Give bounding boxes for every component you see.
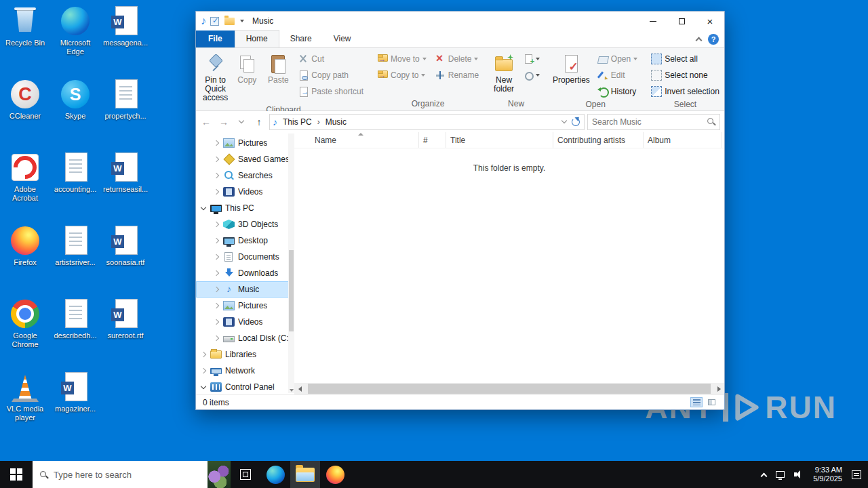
open-button[interactable]: Open	[594, 52, 641, 66]
desktop-icon-microsoft-edge[interactable]: Microsoft Edge	[50, 4, 100, 77]
desktop-icon-vlc-media-player[interactable]: VLC media player	[0, 370, 50, 443]
expand-icon[interactable]	[214, 238, 219, 243]
edit-button[interactable]: Edit	[594, 68, 641, 83]
thumbnails-view-button[interactable]	[705, 397, 717, 407]
column-header-title[interactable]: Title	[446, 132, 553, 148]
taskbar-explorer-button[interactable]	[290, 461, 320, 488]
back-button[interactable]: ←	[199, 115, 214, 129]
expand-icon[interactable]	[214, 189, 219, 195]
tree-item-desktop[interactable]: Desktop	[196, 232, 294, 249]
new-folder-button[interactable]: New folder	[489, 51, 519, 96]
desktop-icon-magaziner[interactable]: magaziner...	[50, 370, 100, 443]
rename-button[interactable]: Rename	[431, 68, 482, 83]
start-button[interactable]	[0, 461, 33, 488]
paste-shortcut-button[interactable]: Paste shortcut	[294, 84, 367, 99]
tree-item-libraries[interactable]: Libraries	[196, 346, 294, 363]
details-view-button[interactable]	[690, 397, 703, 407]
desktop-icon-describedh[interactable]: describedh...	[50, 297, 100, 370]
network-icon[interactable]	[776, 471, 785, 478]
move-to-button[interactable]: Move to	[374, 52, 430, 66]
collapse-icon[interactable]	[201, 204, 206, 209]
tree-item-network[interactable]: Network	[196, 363, 294, 379]
breadcrumb-music[interactable]: Music	[323, 117, 349, 127]
taskbar-firefox-button[interactable]	[320, 461, 350, 488]
delete-button[interactable]: Delete	[431, 52, 482, 66]
taskbar-clock[interactable]: 9:33 AM 5/9/2025	[813, 466, 842, 483]
expand-icon[interactable]	[214, 140, 219, 146]
pin-to-quick-access-button[interactable]: Pin to Quick access	[200, 51, 231, 104]
horizontal-scrollbar[interactable]	[294, 383, 724, 394]
navigation-scrollbar[interactable]	[288, 134, 294, 393]
column-header-album[interactable]: Album	[644, 132, 722, 148]
scrollbar-thumb[interactable]	[308, 384, 711, 394]
expand-icon[interactable]	[214, 254, 219, 260]
tab-home[interactable]: Home	[235, 30, 279, 47]
tree-item-documents[interactable]: Documents	[196, 249, 294, 265]
expand-icon[interactable]	[214, 222, 219, 227]
tree-item-videos[interactable]: Videos	[196, 184, 294, 200]
hidden-icons-chevron[interactable]	[761, 472, 768, 479]
taskbar-edge-button[interactable]	[260, 461, 290, 488]
tab-file[interactable]: File	[196, 30, 235, 47]
properties-button[interactable]: Properties	[550, 51, 593, 87]
qat-new-folder-icon[interactable]	[224, 18, 235, 25]
search-highlight-image[interactable]	[208, 461, 231, 488]
tab-share[interactable]: Share	[279, 30, 323, 47]
select-all-button[interactable]: Select all	[648, 52, 723, 66]
desktop-icon-skype[interactable]: Skype	[50, 77, 100, 150]
address-input[interactable]: ♪ This PC › Music	[269, 114, 585, 130]
expand-icon[interactable]	[214, 157, 219, 162]
expand-icon[interactable]	[214, 336, 219, 341]
help-button[interactable]: ?	[708, 34, 719, 45]
file-list-pane[interactable]: Name#TitleContributing artistsAlbum This…	[294, 132, 724, 394]
search-input[interactable]: Search Music	[587, 114, 720, 130]
titlebar[interactable]: ♪ Music ×	[196, 12, 724, 30]
expand-icon[interactable]	[214, 303, 219, 308]
task-view-button[interactable]	[231, 461, 260, 488]
desktop-icon-firefox[interactable]: Firefox	[0, 224, 50, 297]
tree-item-control-panel[interactable]: Control Panel	[196, 379, 294, 394]
column-header-name[interactable]: Name	[302, 132, 419, 148]
expand-icon[interactable]	[214, 319, 219, 325]
scrollbar-thumb[interactable]	[289, 250, 294, 331]
paste-button[interactable]: Paste	[263, 51, 293, 87]
desktop-icon-sureroot-rtf[interactable]: sureroot.rtf	[100, 297, 151, 370]
column-header-[interactable]: #	[419, 132, 446, 148]
tree-item-3d-objects[interactable]: 3D Objects	[196, 216, 294, 232]
select-none-button[interactable]: Select none	[648, 68, 723, 83]
tree-item-pictures[interactable]: Pictures	[196, 135, 294, 151]
address-dropdown-icon[interactable]	[561, 118, 567, 123]
minimize-ribbon-icon[interactable]	[696, 37, 703, 44]
desktop-icon-soonasia-rtf[interactable]: soonasia.rtf	[100, 224, 151, 297]
column-header-contributing-artists[interactable]: Contributing artists	[553, 132, 644, 148]
new-item-button[interactable]	[520, 52, 543, 66]
qat-properties-icon[interactable]	[210, 17, 219, 26]
desktop-icon-accounting[interactable]: accounting...	[50, 150, 100, 224]
collapse-icon[interactable]	[201, 383, 206, 388]
copy-path-button[interactable]: Copy path	[294, 68, 367, 83]
desktop-icon-propertych[interactable]: propertych...	[100, 77, 151, 150]
refresh-icon[interactable]	[572, 118, 580, 126]
recent-locations-dropdown[interactable]	[234, 115, 249, 129]
tab-view[interactable]: View	[323, 30, 362, 47]
copy-button[interactable]: Copy	[232, 51, 262, 87]
volume-icon[interactable]	[794, 470, 804, 479]
expand-icon[interactable]	[214, 287, 219, 292]
desktop-icon-returnseasil[interactable]: returnseasil...	[100, 150, 151, 224]
desktop-icon-ccleaner[interactable]: CCleaner	[0, 77, 50, 150]
cut-button[interactable]: Cut	[294, 52, 367, 66]
desktop-icon-artistsriver[interactable]: artistsriver...	[50, 224, 100, 297]
search-icon[interactable]	[707, 117, 715, 126]
tree-item-downloads[interactable]: Downloads	[196, 265, 294, 281]
expand-icon[interactable]	[201, 352, 206, 357]
tree-item-music[interactable]: ♪Music	[196, 281, 294, 298]
minimize-button[interactable]	[639, 12, 667, 30]
tree-item-searches[interactable]: Searches	[196, 167, 294, 184]
scroll-down-icon[interactable]	[290, 389, 294, 392]
up-button[interactable]: ↑	[252, 115, 267, 129]
expand-icon[interactable]	[214, 270, 219, 276]
tree-item-pictures[interactable]: Pictures	[196, 298, 294, 314]
tree-item-local-disk-c[interactable]: Local Disk (C:)	[196, 330, 294, 346]
breadcrumb-this-pc[interactable]: This PC	[280, 117, 315, 127]
expand-icon[interactable]	[214, 173, 219, 178]
